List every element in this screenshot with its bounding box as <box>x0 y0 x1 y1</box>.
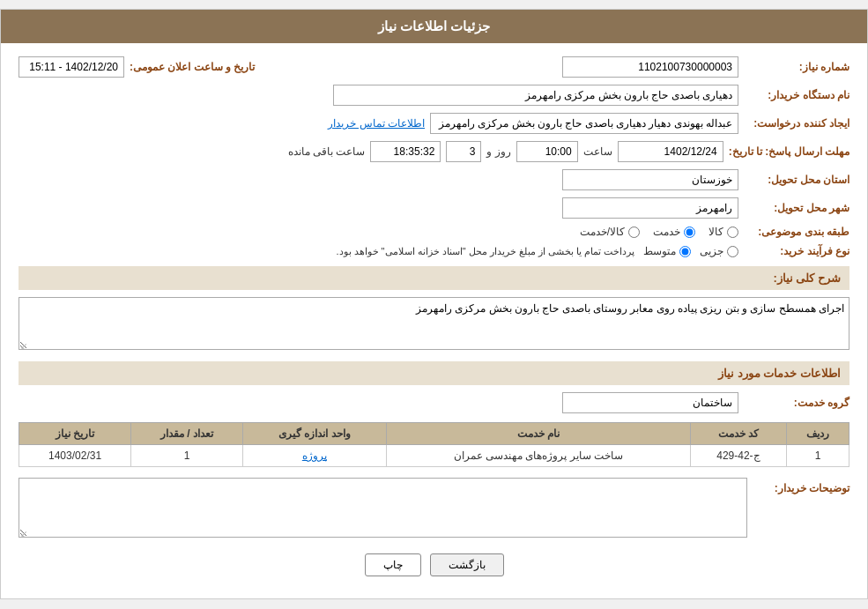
response-remaining-label: ساعت باقی مانده <box>288 145 366 158</box>
cell-row: 1 <box>787 445 849 467</box>
button-row: بازگشت چاپ <box>19 553 849 576</box>
response-time-input <box>516 141 578 162</box>
purchase-motavaset-radio[interactable] <box>679 246 691 257</box>
cell-quantity: 1 <box>131 445 243 467</box>
col-quantity: تعداد / مقدار <box>131 423 243 445</box>
page-title: جزئیات اطلاعات نیاز <box>1 10 867 43</box>
city-label: شهر محل تحویل: <box>744 202 849 214</box>
announcement-date-label: تاریخ و ساعت اعلان عمومی: <box>130 61 255 73</box>
category-kala[interactable]: کالا <box>708 226 738 238</box>
purchase-type-label: نوع فرآیند خرید: <box>744 245 849 257</box>
response-days-input <box>446 141 481 162</box>
services-table: ردیف کد خدمت نام خدمت واحد اندازه گیری ت… <box>19 422 849 467</box>
col-name: نام خدمت <box>386 423 690 445</box>
category-khedmat[interactable]: خدمت <box>653 226 695 238</box>
province-label: استان محل تحویل: <box>744 174 849 186</box>
col-unit: واحد اندازه گیری <box>243 423 387 445</box>
need-number-label: شماره نیاز: <box>744 61 849 73</box>
service-group-input <box>562 392 738 413</box>
need-description-textarea[interactable] <box>19 297 849 350</box>
need-description-section-title: شرح کلی نیاز: <box>19 266 849 290</box>
category-kala-radio[interactable] <box>727 227 738 238</box>
col-row: ردیف <box>787 423 849 445</box>
response-deadline-label: مهلت ارسال پاسخ: تا تاریخ: <box>729 145 849 158</box>
cell-unit[interactable]: پروژه <box>243 445 387 467</box>
service-group-label: گروه خدمت: <box>744 397 849 409</box>
city-input <box>562 197 738 219</box>
response-days-label: روز و <box>486 145 510 158</box>
print-button[interactable]: چاپ <box>365 553 421 576</box>
buyer-org-label: نام دستگاه خریدار: <box>744 89 849 101</box>
announcement-date-input <box>19 56 124 78</box>
response-date-input <box>618 141 723 162</box>
category-label: طبقه بندی موضوعی: <box>744 226 849 238</box>
table-row: 1 ج-42-429 ساخت سایر پروژه‌های مهندسی عم… <box>19 445 849 467</box>
response-remaining-input <box>370 141 441 162</box>
buyer-org-input <box>333 85 738 106</box>
purchase-jozi-radio[interactable] <box>727 246 738 257</box>
buyer-description-textarea[interactable] <box>19 478 747 538</box>
back-button[interactable]: بازگشت <box>430 553 504 576</box>
cell-name: ساخت سایر پروژه‌های مهندسی عمران <box>386 445 690 467</box>
col-code: کد خدمت <box>690 423 786 445</box>
response-time-label: ساعت <box>583 145 612 158</box>
category-radio-group: کالا خدمت کالا/خدمت <box>580 226 738 238</box>
creator-label: ایجاد کننده درخواست: <box>744 117 849 130</box>
purchase-type-group: جزیی متوسط پرداخت تمام یا بخشی از مبلغ خ… <box>336 245 738 257</box>
purchase-motavaset[interactable]: متوسط <box>643 245 691 257</box>
buyer-description-label: توضیحات خریدار: <box>753 482 849 494</box>
purchase-jozi[interactable]: جزیی <box>700 245 738 257</box>
category-kala-khedmat[interactable]: کالا/خدمت <box>580 226 640 238</box>
services-section-title: اطلاعات خدمات مورد نیاز <box>19 361 849 385</box>
cell-code: ج-42-429 <box>690 445 786 467</box>
category-kala-khedmat-radio[interactable] <box>628 227 640 238</box>
need-number-input <box>562 56 738 78</box>
col-date: تاریخ نیاز <box>19 423 131 445</box>
cell-date: 1403/02/31 <box>19 445 131 467</box>
province-input <box>562 169 738 190</box>
contact-link[interactable]: اطلاعات تماس خریدار <box>328 117 425 130</box>
creator-input <box>430 113 738 134</box>
purchase-note: پرداخت تمام یا بخشی از مبلغ خریدار محل "… <box>336 246 634 257</box>
category-khedmat-radio[interactable] <box>684 227 695 238</box>
